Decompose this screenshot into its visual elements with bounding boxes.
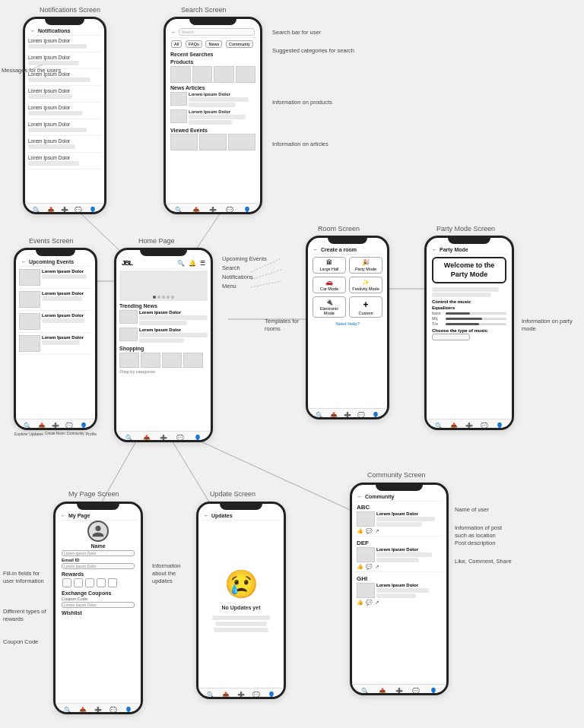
nav-icon-chat[interactable]: 💬 [481,423,488,429]
nav-icon-search[interactable]: 🔍 [175,207,182,214]
nav-icon-profile[interactable]: 👤 [268,692,275,698]
nav-icon-add[interactable]: ➕ [395,688,403,695]
share-icon-ghi[interactable]: ↗ [375,600,379,606]
nav-icon-chat[interactable]: 💬 [110,707,117,714]
mode-car[interactable]: 🚗 Car Mode [313,277,346,293]
nav-icon-chat[interactable]: 💬 [226,207,233,214]
event-item-1[interactable]: Lorem Ipsum Dolor [19,267,92,289]
notif-item-8[interactable]: Lorem Ipsum Dolor [28,153,101,169]
community-back[interactable]: ← [357,494,363,499]
product-1[interactable] [170,66,191,83]
nav-icon-chat[interactable]: 💬 [75,207,82,214]
search-input-field[interactable]: Search [179,28,255,36]
home-icon-bell[interactable]: 🔔 [189,260,196,267]
nav-icon-profile[interactable]: 👤 [496,423,503,429]
reward-1[interactable] [62,578,71,587]
product-4[interactable] [236,66,256,83]
nav-icon-profile[interactable]: 👤 [372,412,379,419]
reward-2[interactable] [74,578,83,587]
like-icon-def[interactable]: 👍 [357,564,363,570]
share-icon-abc[interactable]: ↗ [375,528,379,534]
slider-track-tre[interactable] [446,323,506,325]
home-icon-menu[interactable]: ☰ [200,260,205,267]
nav-icon-chat[interactable]: 💬 [412,688,420,695]
nav-icon-share[interactable]: 📤 [38,423,46,429]
nav-icon-profile[interactable]: 👤 [125,707,132,714]
share-icon-def[interactable]: ↗ [375,564,379,570]
nav-icon-search[interactable]: 🔍 [24,423,31,429]
mypage-coupon-input[interactable]: Lorem Ipsum Dolor [62,602,135,608]
nav-icon-search[interactable]: 🔍 [64,707,71,714]
mypage-email-input[interactable]: Lorem Ipsum Dolor [62,563,135,569]
slider-track-bass[interactable] [446,312,506,315]
nav-icon-add[interactable]: ➕ [344,412,351,419]
mode-party[interactable]: 🎉 Party Mode [349,257,382,274]
reward-5[interactable] [108,578,117,587]
event-thumb-1[interactable] [170,134,198,150]
nav-icon-share[interactable]: 📤 [143,435,151,442]
event-thumb-3[interactable] [228,134,256,150]
nav-icon-add[interactable]: ➕ [209,207,217,214]
product-2[interactable] [192,66,213,83]
nav-icon-share[interactable]: 📤 [192,207,200,214]
nav-icon-share[interactable]: 📤 [79,707,87,714]
notif-item-4[interactable]: Lorem Ipsum Dolor [28,86,101,103]
nav-icon-share[interactable]: 📤 [222,692,230,698]
reward-3[interactable] [85,578,94,587]
shop-item-3[interactable] [162,353,182,368]
search-tag-community[interactable]: Community [226,40,253,48]
event-item-4[interactable]: Lorem Ipsum Dolor [19,333,92,355]
nav-icon-chat[interactable]: 💬 [357,412,365,419]
reward-4[interactable] [97,578,106,587]
nav-icon-share[interactable]: 📤 [330,412,338,419]
like-icon-ghi[interactable]: 👍 [357,600,363,606]
home-icon-search[interactable]: 🔍 [177,260,185,267]
nav-icon-profile[interactable]: 👤 [243,207,251,214]
notifications-back[interactable]: ← [30,28,36,33]
update-back[interactable]: ← [204,513,209,518]
nav-icon-share[interactable]: 📤 [450,423,458,429]
search-back[interactable]: ← [171,30,176,35]
nav-icon-share[interactable]: 📤 [379,688,386,695]
nav-icon-search[interactable]: 🔍 [207,692,214,698]
mode-large-hall[interactable]: 🏛 Large Hall [313,257,346,274]
search-tag-faqs[interactable]: FAQs [186,40,202,48]
shop-item-4[interactable] [183,353,203,368]
events-back[interactable]: ← [21,259,27,264]
nav-icon-add[interactable]: ➕ [52,423,59,429]
notif-item-7[interactable]: Lorem Ipsum Dolor [28,136,101,153]
comment-icon-ghi[interactable]: 💬 [366,600,373,606]
nav-icon-add[interactable]: ➕ [160,435,167,442]
event-thumb-2[interactable] [199,134,227,150]
nav-icon-search[interactable]: 🔍 [33,207,40,214]
nav-icon-add[interactable]: ➕ [61,207,68,214]
event-item-2[interactable]: Lorem Ipsum Dolor [19,289,92,311]
event-item-3[interactable]: Lorem Ipsum Dolor [19,311,92,333]
nav-icon-add[interactable]: ➕ [94,707,102,714]
product-3[interactable] [214,66,234,83]
mypage-back[interactable]: ← [61,513,66,518]
nav-icon-add[interactable]: ➕ [237,692,245,698]
mode-electronic[interactable]: 🔌 Electronic Mode [313,296,346,318]
nav-icon-search[interactable]: 🔍 [316,412,323,419]
music-type-select[interactable] [432,334,470,340]
nav-icon-profile[interactable]: 👤 [194,435,202,442]
nav-icon-profile[interactable]: 👤 [430,688,437,695]
notif-item-1[interactable]: Lorem Ipsum Dolor [28,36,101,52]
party-back[interactable]: ← [432,247,437,252]
nav-icon-chat[interactable]: 💬 [65,423,73,429]
notif-item-6[interactable]: Lorem Ipsum Dolor [28,119,101,136]
mypage-name-input[interactable]: Lorem Ipsum Dolor [62,550,135,556]
mode-festivity[interactable]: ✨ Festivity Mode [349,277,382,293]
nav-icon-profile[interactable]: 👤 [89,207,97,214]
slider-track-mq[interactable] [446,318,506,320]
like-icon-abc[interactable]: 👍 [357,528,363,534]
shop-item-1[interactable] [119,353,139,368]
nav-icon-chat[interactable]: 💬 [176,435,184,442]
need-help[interactable]: Need Help? [311,321,384,326]
comment-icon-def[interactable]: 💬 [366,564,373,570]
nav-icon-search[interactable]: 🔍 [361,688,369,695]
notif-item-5[interactable]: Lorem Ipsum Dolor [28,103,101,119]
search-tag-news[interactable]: News [205,40,222,48]
nav-icon-search[interactable]: 🔍 [435,423,443,429]
